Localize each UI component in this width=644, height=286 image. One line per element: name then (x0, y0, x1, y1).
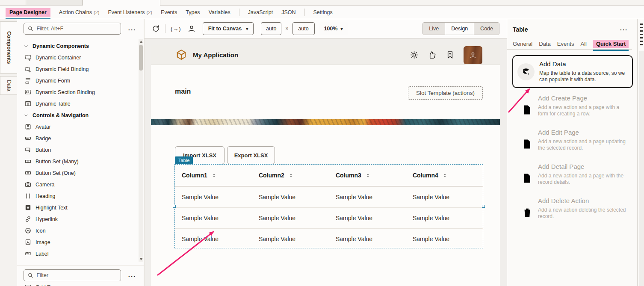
palette-item-button-set-many[interactable]: Button Set (Many) (17, 156, 138, 167)
palette-item-image[interactable]: Image (17, 236, 138, 248)
quickstart-title: Add Edit Page (538, 129, 629, 136)
top-tab-json[interactable]: JSON (281, 9, 295, 15)
structure-overflow-button[interactable]: ... (127, 271, 138, 280)
thumbs-up-icon[interactable] (428, 50, 437, 59)
inspector-tab-events[interactable]: Events (557, 41, 574, 47)
sort-icon[interactable] (288, 173, 294, 178)
slot-template-placeholder[interactable]: Slot Template (actions) (408, 86, 483, 100)
quickstart-add-data[interactable]: Add Data Map the table to a data source,… (512, 55, 633, 88)
resize-handle-right[interactable] (482, 205, 485, 208)
scroll-down-arrow[interactable] (139, 258, 143, 260)
palette-item-dynamic-field-binding[interactable]: Dynamic Field Binding (17, 63, 138, 75)
rail-tab-components[interactable]: Components (0, 21, 17, 74)
palette-item-badge[interactable]: Badge (17, 133, 138, 144)
button-icon (24, 146, 32, 153)
canvas-toolbar: (→) Fit to Canvas ▾ × 100% ▾ Live Design… (144, 19, 507, 38)
palette-list: Dynamic ComponentsDynamic ContainerDynam… (17, 40, 138, 259)
table-row[interactable]: Sample ValueSample ValueSample ValueSamp… (175, 186, 483, 207)
table-row[interactable]: Sample ValueSample ValueSample ValueSamp… (175, 228, 483, 249)
canvas-height-input[interactable] (292, 22, 315, 35)
palette-item-avatar[interactable]: Avatar (17, 121, 138, 133)
app-title: My Application (193, 51, 238, 59)
mode-switcher: Live Design Code (422, 22, 499, 35)
palette-section-dynamic-components[interactable]: Dynamic Components (17, 40, 138, 52)
top-tab-action-chains[interactable]: Action Chains(2) (59, 9, 100, 15)
palette-item-camera[interactable]: Camera (17, 179, 138, 190)
dynamic-section-binding-icon (24, 88, 32, 96)
palette-item-label: Image (35, 239, 50, 245)
table-row[interactable]: Sample ValueSample ValueSample ValueSamp… (175, 207, 483, 228)
sort-icon[interactable] (365, 173, 371, 178)
inspector-tab-data[interactable]: Data (539, 41, 550, 47)
palette-item-label: Dynamic Section Binding (35, 89, 95, 95)
quickstart-add-create-page[interactable]: Add Create Page Add a new action and a p… (512, 94, 633, 117)
palette-item-label: Avatar (35, 124, 51, 130)
top-tab-event-listeners[interactable]: Event Listeners(2) (108, 9, 152, 15)
top-tab-settings[interactable]: Settings (313, 9, 333, 15)
palette-item-dynamic-form[interactable]: Dynamic Form (17, 75, 138, 86)
palette-item-label[interactable]: Label (17, 248, 138, 259)
avatar[interactable] (464, 46, 482, 64)
column-header-column3[interactable]: Column3 (329, 165, 406, 186)
palette-section-controls-navigation[interactable]: Controls & Navigation (17, 109, 138, 121)
column-header-column2[interactable]: Column2 (252, 165, 329, 186)
column-label: Column1 (182, 172, 207, 179)
palette-item-button[interactable]: Button (17, 144, 138, 156)
palette-item-heading[interactable]: Heading (17, 190, 138, 202)
zoom-select[interactable]: 100% ▾ (319, 22, 348, 35)
gear-icon[interactable] (410, 50, 419, 59)
export-xlsx-button[interactable]: Export XLSX (227, 146, 275, 164)
inspector-tab-all[interactable]: All (580, 41, 586, 47)
quickstart-add-edit-page[interactable]: Add Edit Page Add a new action and a pag… (512, 129, 633, 151)
top-tab-page-designer[interactable]: Page Designer (6, 8, 50, 17)
top-tab-variables[interactable]: Variables (209, 9, 230, 15)
palette-overflow-button[interactable]: ... (127, 24, 138, 33)
mode-design-button[interactable]: Design (445, 23, 474, 35)
mode-live-button[interactable]: Live (423, 23, 445, 35)
palette-filter-input[interactable] (36, 26, 117, 32)
palette-item-highlight-text[interactable]: Highlight Text (17, 202, 138, 213)
canvas-width-input[interactable] (261, 22, 281, 35)
label-icon (24, 250, 32, 257)
quickstart-add-detail-page[interactable]: Add Detail Page Add a new action and a p… (512, 163, 633, 186)
palette-item-hyperlink[interactable]: Hyperlink (17, 213, 138, 225)
palette-scrollbar[interactable] (139, 39, 143, 262)
column-header-column1[interactable]: Column1 (175, 165, 252, 186)
app-logo-cube-icon (176, 49, 187, 60)
inspector-tab-general[interactable]: General (513, 41, 532, 47)
sort-icon[interactable] (442, 173, 448, 178)
scroll-up-arrow[interactable] (139, 41, 143, 43)
top-tab-events[interactable]: Events (161, 9, 177, 15)
palette-item-dynamic-table[interactable]: Dynamic Table (17, 98, 138, 109)
palette-item-dynamic-container[interactable]: Dynamic Container (17, 52, 138, 63)
structure-item-partial[interactable]: Grid Row (24, 283, 58, 286)
collapsed-panel-edge[interactable] (637, 19, 644, 286)
palette-item-label: Button Set (Many) (35, 159, 79, 165)
table-component[interactable]: Column1Column2Column3Column4 Sample Valu… (174, 164, 483, 248)
quickstart-add-delete-action[interactable]: Add Delete Action Add a new action delet… (512, 197, 633, 220)
inspector-overflow-button[interactable]: ... (618, 24, 629, 33)
bookmark-plus-icon[interactable] (446, 50, 455, 59)
quickstart-title: Add Create Page (538, 94, 629, 102)
palette-item-dynamic-section-binding[interactable]: Dynamic Section Binding (17, 86, 138, 98)
top-tab-javascript[interactable]: JavaScript (248, 9, 273, 15)
palette-item-icon[interactable]: Icon (17, 225, 138, 236)
column-header-column4[interactable]: Column4 (406, 165, 483, 186)
editor-tab-inactive[interactable] (26, 0, 83, 5)
editor-tab-active[interactable] (83, 0, 160, 6)
rail-tab-data[interactable]: Data (0, 76, 17, 95)
palette-item-label: Badge (35, 136, 51, 142)
sort-icon[interactable] (211, 173, 217, 178)
mode-code-button[interactable]: Code (474, 23, 499, 35)
live-pointer-mode-button[interactable]: (→) (171, 26, 181, 32)
structure-filter-input[interactable] (36, 272, 117, 278)
top-tab-types[interactable]: Types (186, 9, 200, 15)
canvas-size-select[interactable]: Fit to Canvas ▾ (203, 22, 254, 35)
resize-handle-left[interactable] (173, 205, 176, 208)
inspector-tab-quick-start[interactable]: Quick Start (593, 40, 629, 48)
user-preview-icon[interactable] (187, 24, 196, 33)
decorative-banner-image (151, 119, 500, 125)
scrollbar-thumb[interactable] (139, 45, 143, 71)
refresh-icon[interactable] (151, 24, 160, 33)
palette-item-button-set-one[interactable]: Button Set (One) (17, 167, 138, 179)
